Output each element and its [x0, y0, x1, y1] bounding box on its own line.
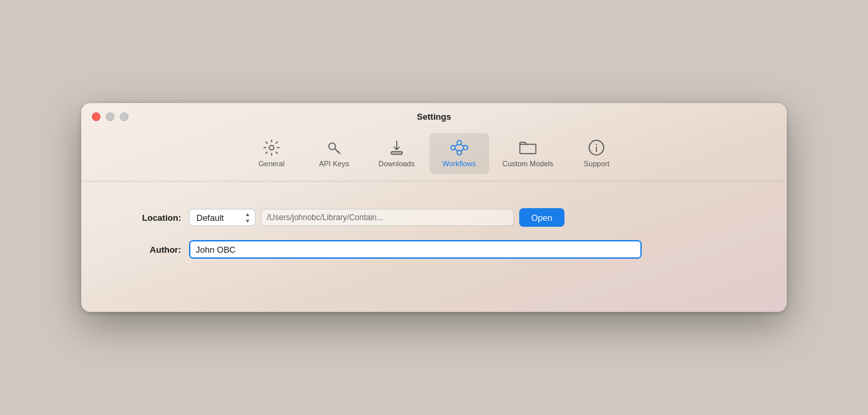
- tab-workflows-label: Workflows: [443, 160, 477, 168]
- tab-general[interactable]: General: [242, 133, 302, 174]
- path-text: /Users/johnobc/Library/Contain...: [267, 213, 383, 222]
- key-icon: [325, 138, 343, 157]
- tab-custom-models[interactable]: Custom Models: [492, 133, 564, 174]
- tab-support-label: Support: [584, 160, 610, 168]
- author-row: Author:: [121, 240, 747, 259]
- location-controls: Default Custom ▲ ▼ /Users/johnobc/Librar…: [189, 208, 747, 227]
- tab-downloads[interactable]: Downloads: [367, 133, 427, 174]
- window-title: Settings: [417, 112, 451, 122]
- location-row: Location: Default Custom ▲ ▼ /Users/john…: [121, 208, 747, 227]
- traffic-lights: [92, 112, 128, 121]
- tab-general-label: General: [258, 160, 284, 168]
- folder-icon: [519, 138, 537, 157]
- download-icon: [387, 138, 406, 157]
- tab-custom-models-label: Custom Models: [503, 160, 553, 168]
- tab-api-keys[interactable]: API Keys: [304, 133, 364, 174]
- location-select[interactable]: Default Custom: [189, 209, 256, 226]
- author-input[interactable]: [189, 240, 642, 259]
- titlebar: Settings: [81, 103, 787, 128]
- location-select-wrapper: Default Custom ▲ ▼: [189, 209, 256, 226]
- open-button[interactable]: Open: [519, 208, 564, 227]
- info-icon: [587, 138, 606, 157]
- close-button[interactable]: [92, 112, 101, 121]
- tab-workflows[interactable]: Workflows: [429, 133, 489, 174]
- tabbar: General API Keys Downloads: [81, 128, 787, 174]
- tab-api-keys-label: API Keys: [319, 160, 349, 168]
- svg-point-7: [596, 144, 597, 146]
- settings-window: Settings General API Keys: [81, 103, 787, 312]
- location-label: Location:: [121, 213, 181, 223]
- tab-support[interactable]: Support: [566, 133, 626, 174]
- content-area: Location: Default Custom ▲ ▼ /Users/john…: [81, 182, 787, 312]
- minimize-button[interactable]: [106, 112, 114, 121]
- path-display: /Users/johnobc/Library/Contain...: [261, 209, 514, 226]
- author-label: Author:: [121, 245, 181, 255]
- maximize-button[interactable]: [120, 112, 128, 121]
- tab-downloads-label: Downloads: [379, 160, 415, 168]
- workflows-icon: [450, 138, 469, 157]
- gear-icon: [262, 138, 281, 157]
